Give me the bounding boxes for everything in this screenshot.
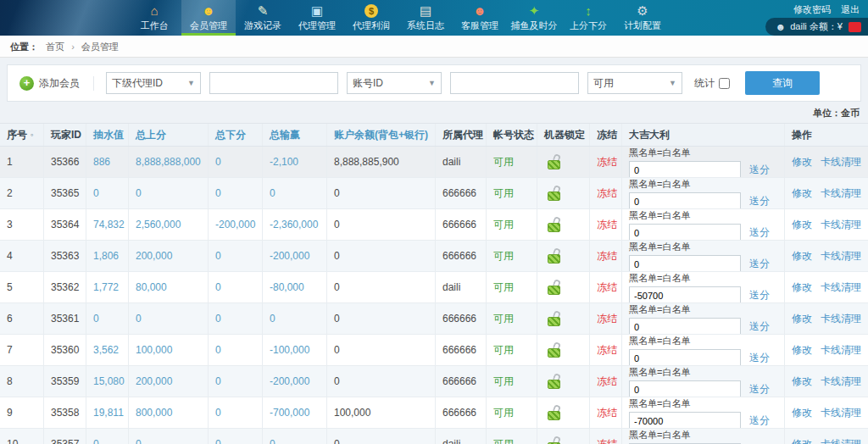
send-score-link[interactable]: 送分 (749, 288, 770, 302)
freeze-link[interactable]: 冻结 (597, 375, 617, 389)
score-amount-input[interactable] (629, 192, 741, 209)
breadcrumb-home[interactable]: 首页 (46, 42, 64, 52)
clear-line-link[interactable]: 卡线清理 (821, 155, 861, 169)
change-password-link[interactable]: 修改密码 (793, 3, 831, 16)
score-amount-input[interactable] (629, 349, 741, 366)
score-amount-input[interactable] (629, 318, 741, 335)
unlock-icon[interactable] (548, 436, 561, 444)
stats-checkbox[interactable] (719, 78, 730, 89)
send-score-link[interactable]: 送分 (749, 382, 770, 397)
score-amount-input[interactable] (629, 255, 741, 272)
clear-line-link[interactable]: 卡线清理 (821, 280, 861, 295)
edit-link[interactable]: 修改 (792, 406, 812, 420)
freeze-link[interactable]: 冻结 (597, 343, 617, 358)
freeze-link[interactable]: 冻结 (597, 186, 617, 201)
nav-item-agent-mgmt[interactable]: ▣代理管理 (290, 0, 344, 36)
edit-link[interactable]: 修改 (792, 312, 812, 326)
clear-line-link[interactable]: 卡线清理 (821, 186, 861, 201)
clear-line-link[interactable]: 卡线清理 (821, 343, 861, 358)
unlock-icon[interactable] (548, 154, 561, 169)
account-id-select[interactable]: 账号ID ▼ (347, 72, 442, 94)
nav-item-system-log[interactable]: ▤系统日志 (398, 0, 453, 36)
send-score-link[interactable]: 送分 (749, 319, 770, 334)
freeze-link[interactable]: 冻结 (597, 312, 617, 326)
column-header[interactable]: 总下分 (209, 124, 263, 146)
agent-id-input[interactable] (209, 72, 338, 94)
unlock-icon[interactable] (548, 311, 561, 326)
clear-line-link[interactable]: 卡线清理 (821, 312, 861, 326)
unlock-icon[interactable] (548, 405, 561, 420)
column-header: 冻结 (590, 124, 622, 146)
nav-item-fishing-score[interactable]: ✦捕鱼及时分 (507, 0, 561, 36)
freeze-link[interactable]: 冻结 (597, 437, 617, 444)
nav-item-member-mgmt[interactable]: ☻会员管理 (181, 0, 236, 36)
score-amount-input[interactable] (629, 224, 741, 241)
nav-item-workbench[interactable]: ⌂工作台 (127, 0, 181, 36)
unlock-icon[interactable] (548, 342, 561, 358)
edit-link[interactable]: 修改 (792, 437, 812, 444)
status-select[interactable]: 可用 ▼ (587, 72, 682, 94)
edit-link[interactable]: 修改 (792, 155, 812, 169)
sort-icon[interactable]: ∘ (30, 130, 35, 139)
send-score-link[interactable]: 送分 (749, 163, 770, 177)
add-member-button[interactable]: + 添加会员 (14, 76, 94, 91)
score-amount-input[interactable] (629, 161, 741, 178)
total-win-loss: -100,000 (263, 335, 327, 365)
account-status: 可用 (487, 178, 537, 208)
nav-item-plan-config[interactable]: ⚙计划配置 (615, 0, 670, 36)
edit-link[interactable]: 修改 (792, 186, 812, 201)
total-win-loss: -2,360,000 (263, 209, 327, 240)
nav-item-support-mgmt[interactable]: ☻客服管理 (453, 0, 507, 36)
lucky-cell: 黑名单=白名单送分 (622, 335, 785, 365)
clear-line-link[interactable]: 卡线清理 (821, 218, 861, 232)
column-header[interactable]: 账户余额(背包+银行) (327, 124, 436, 146)
edit-link[interactable]: 修改 (792, 218, 812, 232)
unlock-icon[interactable] (548, 280, 561, 295)
row-number: 1 (0, 147, 44, 177)
column-header[interactable]: 总上分 (129, 124, 209, 146)
freeze-link[interactable]: 冻结 (597, 155, 617, 169)
logout-link[interactable]: 退出 (841, 3, 860, 16)
search-button[interactable]: 查询 (745, 71, 820, 95)
send-score-link[interactable]: 送分 (749, 225, 770, 240)
clear-line-link[interactable]: 卡线清理 (821, 437, 861, 444)
score-amount-input[interactable] (629, 380, 741, 397)
edit-link[interactable]: 修改 (792, 343, 812, 358)
clear-line-link[interactable]: 卡线清理 (821, 249, 861, 264)
clear-line-link[interactable]: 卡线清理 (821, 375, 861, 389)
table-row: 33536474,8322,560,000-200,000-2,360,0000… (0, 209, 868, 241)
agent-id-select[interactable]: 下级代理ID ▼ (106, 72, 201, 94)
edit-link[interactable]: 修改 (792, 249, 812, 264)
unlock-icon[interactable] (548, 248, 561, 264)
column-header[interactable]: 抽水值 (86, 124, 129, 146)
edit-link[interactable]: 修改 (792, 280, 812, 295)
freeze-link[interactable]: 冻结 (597, 249, 617, 264)
account-balance-pill[interactable]: ☻ daili 余额：¥ (765, 18, 868, 36)
column-header: 所属代理 (436, 124, 487, 146)
nav-item-game-records[interactable]: ✎游戏记录 (236, 0, 290, 36)
actions-cell: 修改卡线清理 (785, 397, 868, 428)
send-score-link[interactable]: 送分 (749, 257, 770, 271)
chevron-down-icon: ▼ (428, 79, 436, 87)
total-score-up: 8,888,888,000 (129, 147, 209, 177)
score-amount-input[interactable] (629, 286, 741, 303)
send-score-link[interactable]: 送分 (749, 194, 770, 208)
unlock-icon[interactable] (548, 217, 561, 232)
total-score-down: 0 (209, 366, 263, 397)
freeze-link[interactable]: 冻结 (597, 406, 617, 420)
freeze-link[interactable]: 冻结 (597, 280, 617, 295)
account-area: 修改密码 退出 ☻ daili 余额：¥ (765, 0, 868, 36)
nav-item-agent-profit[interactable]: $代理利润 (344, 0, 398, 36)
send-score-link[interactable]: 送分 (749, 413, 770, 428)
freeze-link[interactable]: 冻结 (597, 218, 617, 232)
unlock-icon[interactable] (548, 374, 561, 389)
send-score-link[interactable]: 送分 (749, 351, 770, 365)
column-header[interactable]: 总输赢 (263, 124, 327, 146)
unlock-icon[interactable] (548, 186, 561, 201)
edit-link[interactable]: 修改 (792, 375, 812, 389)
account-id-input[interactable] (450, 72, 579, 94)
score-amount-input[interactable] (629, 412, 741, 429)
nav-item-score-up-down[interactable]: ↕上分下分 (561, 0, 615, 36)
clear-line-link[interactable]: 卡线清理 (821, 406, 861, 420)
table-body: 1353668868,888,888,0000-2,1008,888,885,9… (0, 147, 868, 444)
